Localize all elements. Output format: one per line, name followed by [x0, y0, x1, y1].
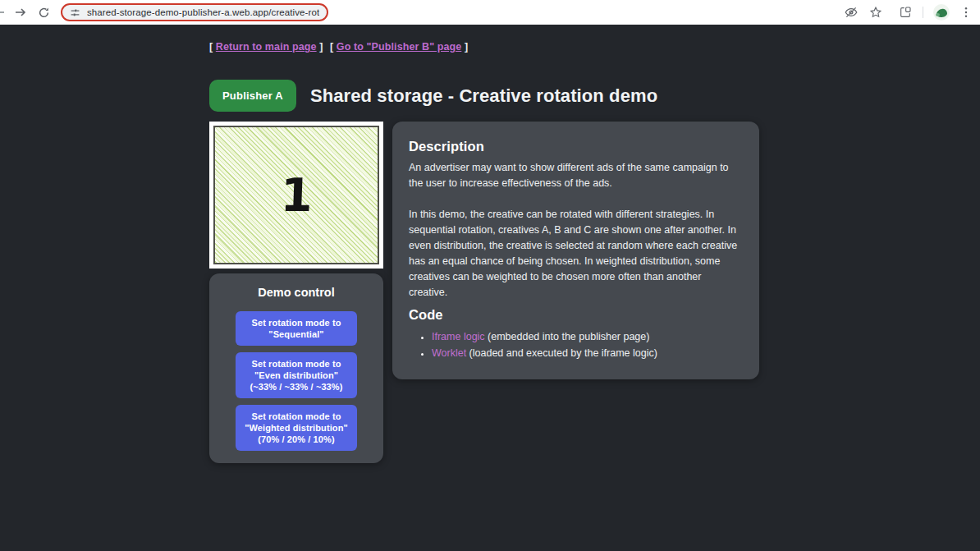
- bracket: [: [330, 41, 333, 53]
- eye-off-icon: [844, 5, 859, 20]
- page-body: [ Return to main page ] [ Go to "Publish…: [0, 25, 980, 551]
- privacy-eye-button[interactable]: [844, 5, 859, 20]
- iframe-logic-link[interactable]: Iframe logic: [432, 331, 485, 342]
- bookmark-star-button[interactable]: [869, 6, 882, 19]
- description-paragraph: An advertiser may want to show different…: [409, 160, 743, 191]
- site-settings-icon[interactable]: [70, 7, 80, 18]
- publisher-b-page-link[interactable]: Go to "Publisher B" page: [337, 41, 461, 53]
- worklet-link[interactable]: Worklet: [432, 347, 466, 359]
- url-text[interactable]: shared-storage-demo-publisher-a.web.app/…: [87, 7, 319, 17]
- sequential-mode-button[interactable]: Set rotation mode to "Sequential": [236, 311, 357, 346]
- browser-toolbar: shared-storage-demo-publisher-a.web.app/…: [0, 0, 980, 25]
- publisher-badge: Publisher A: [209, 80, 296, 112]
- code-list-item: Worklet (loaded and executed by the ifra…: [432, 345, 743, 361]
- ad-iframe: 1: [209, 122, 383, 269]
- demo-control-panel: Demo control Set rotation mode to "Seque…: [209, 273, 383, 463]
- bracket: ]: [465, 41, 468, 53]
- reload-icon: [38, 7, 50, 19]
- code-list-item: Iframe logic (embedded into the publishe…: [432, 328, 743, 345]
- code-heading: Code: [409, 307, 743, 323]
- demo-control-title: Demo control: [236, 286, 357, 299]
- description-heading: Description: [409, 139, 743, 154]
- left-column: 1 Demo control Set rotation mode to "Seq…: [209, 122, 383, 463]
- profile-avatar[interactable]: [933, 4, 950, 21]
- forward-arrow-icon: [14, 6, 27, 19]
- extensions-icon: [899, 6, 912, 19]
- star-icon: [869, 6, 882, 19]
- even-distribution-mode-button[interactable]: Set rotation mode to "Even distribution"…: [236, 352, 357, 398]
- weighted-distribution-mode-button[interactable]: Set rotation mode to "Weighted distribut…: [236, 405, 357, 451]
- description-paragraph: In this demo, the creative can be rotate…: [409, 207, 743, 301]
- top-nav-links: [ Return to main page ] [ Go to "Publish…: [209, 41, 767, 53]
- back-arrow-icon: [0, 6, 6, 19]
- chrome-menu-button[interactable]: [960, 7, 972, 18]
- nav-group-publisher-b: [ Go to "Publisher B" page ]: [330, 41, 468, 53]
- nav-group-main: [ Return to main page ]: [209, 41, 323, 53]
- creative-ad[interactable]: 1: [213, 126, 379, 264]
- code-item-text: (loaded and executed by the iframe logic…: [466, 347, 657, 359]
- kebab-menu-icon: [960, 7, 972, 18]
- extensions-button[interactable]: [899, 6, 912, 19]
- page-header: Publisher A Shared storage - Creative ro…: [209, 80, 767, 112]
- toolbar-right: [833, 4, 980, 21]
- code-item-text: (embedded into the publisher page): [485, 331, 650, 342]
- return-main-page-link[interactable]: Return to main page: [216, 41, 317, 53]
- creative-number: 1: [280, 172, 314, 218]
- address-bar[interactable]: shared-storage-demo-publisher-a.web.app/…: [61, 3, 328, 21]
- forward-button[interactable]: [14, 6, 27, 19]
- bracket: ]: [319, 41, 323, 53]
- reload-button[interactable]: [38, 7, 50, 19]
- back-button[interactable]: [0, 6, 6, 19]
- description-panel: Description An advertiser may want to sh…: [392, 122, 759, 379]
- bracket: [: [209, 41, 213, 53]
- code-list: Iframe logic (embedded into the publishe…: [409, 328, 743, 361]
- toolbar-divider: [923, 7, 923, 18]
- page-title: Shared storage - Creative rotation demo: [310, 85, 657, 107]
- avatar-image-detail: [936, 13, 940, 16]
